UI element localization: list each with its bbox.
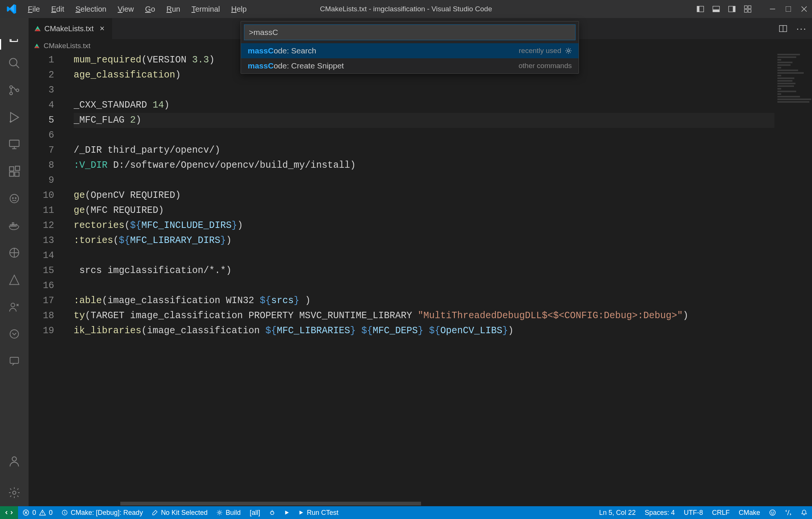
status-feedback-icon[interactable] [765,506,780,519]
menu-view[interactable]: View [112,3,139,16]
status-run-ctest[interactable]: Run CTest [294,506,343,519]
code-content[interactable]: mum_required(VERSION 3.3)age_classificat… [74,53,774,338]
tab-cmakelists[interactable]: CMakeLists.txt × [29,18,112,39]
svg-point-23 [15,198,17,199]
code-editor[interactable]: 12345678910111213141516171819 mum_requir… [29,53,812,506]
minimap[interactable] [774,53,812,128]
status-spaces[interactable]: Spaces: 4 [640,506,679,519]
svg-rect-18 [9,172,14,176]
menu-selection[interactable]: Selection [70,3,112,16]
svg-point-32 [12,457,16,461]
title-bar: FileEditSelectionViewGoRunTerminalHelp C… [0,0,812,18]
breadcrumb-label: CMakeLists.txt [44,42,91,50]
svg-point-29 [11,303,15,307]
svg-point-33 [13,491,16,495]
command-palette-input[interactable] [244,24,576,40]
svg-point-41 [771,512,772,512]
activity-bar [0,18,29,506]
menu-go[interactable]: Go [140,3,161,16]
status-problems[interactable]: 0 0 [18,506,57,519]
docker-icon[interactable] [0,212,29,239]
status-cmake[interactable]: CMake: [Debug]: Ready [57,506,147,519]
layout-sidebar-left-icon[interactable] [692,0,708,18]
comments-icon[interactable] [0,348,29,375]
more-actions-icon[interactable]: ··· [796,23,807,35]
scrollbar-thumb[interactable] [120,502,421,505]
layout-sidebar-right-icon[interactable] [724,0,740,18]
status-launch[interactable] [280,506,294,519]
svg-rect-16 [9,140,19,147]
maximize-button[interactable] [780,0,796,18]
svg-rect-1 [697,6,699,12]
status-lncol[interactable]: Ln 5, Col 22 [595,506,640,519]
gitlens-icon[interactable] [0,320,29,348]
settings-gear-icon[interactable] [0,479,29,506]
svg-rect-31 [10,357,19,363]
status-target[interactable]: [all] [245,506,265,519]
accounts-icon[interactable] [0,448,29,475]
svg-rect-17 [9,167,14,171]
svg-point-42 [773,512,774,512]
extensions-icon[interactable] [0,158,29,185]
line-numbers: 12345678910111213141516171819 [29,53,65,338]
status-encoding[interactable]: UTF-8 [679,506,707,519]
svg-point-35 [567,50,570,52]
svg-rect-27 [12,223,14,224]
minimize-button[interactable] [765,0,780,18]
svg-point-13 [10,92,12,95]
status-bell-icon[interactable] [796,506,812,519]
svg-rect-5 [733,6,735,12]
layout-panel-icon[interactable] [708,0,724,18]
cmake-icon[interactable] [0,266,29,293]
svg-rect-6 [744,6,747,9]
menu-help[interactable]: Help [226,3,252,16]
svg-point-38 [219,512,221,514]
menu-terminal[interactable]: Terminal [186,3,225,16]
layout-customize-icon[interactable] [740,0,756,18]
status-kit[interactable]: No Kit Selected [147,506,212,519]
status-prettier-icon[interactable] [780,506,796,519]
svg-rect-3 [713,9,720,12]
command-palette: massCode: Searchrecently usedmassCode: C… [241,21,579,74]
status-eol[interactable]: CRLF [707,506,734,519]
palette-item[interactable]: massCode: Create Snippetother commands [241,58,579,73]
svg-point-40 [770,510,776,516]
run-debug-icon[interactable] [0,104,29,131]
palette-item[interactable]: massCode: Searchrecently used [241,43,579,58]
svg-rect-10 [786,6,791,12]
svg-rect-7 [748,6,751,9]
copilot-icon[interactable] [0,185,29,212]
split-editor-icon[interactable] [779,24,787,33]
horizontal-scrollbar[interactable] [45,501,774,506]
search-icon[interactable] [0,50,29,77]
svg-point-11 [9,58,17,66]
svg-rect-20 [15,166,20,170]
svg-point-14 [16,89,19,91]
menu-file[interactable]: File [23,3,45,16]
remote-explorer-icon[interactable] [0,131,29,158]
source-control-icon[interactable] [0,77,29,104]
svg-rect-9 [748,9,751,12]
svg-point-22 [12,198,14,199]
tab-close-icon[interactable]: × [100,24,105,33]
svg-point-15 [10,121,11,122]
menu-bar: FileEditSelectionViewGoRunTerminalHelp [23,3,252,16]
svg-point-30 [10,330,19,338]
status-debug-launch[interactable] [265,506,280,519]
cmake-file-icon [34,44,39,48]
svg-point-21 [10,194,19,203]
svg-point-39 [271,511,274,514]
remote-indicator[interactable] [0,506,18,519]
menu-edit[interactable]: Edit [46,3,69,16]
vscode-logo-icon [6,4,17,14]
cmake-file-icon [35,26,41,31]
status-language[interactable]: CMake [734,506,765,519]
status-bar: 0 0 CMake: [Debug]: Ready No Kit Selecte… [0,506,812,519]
tab-label: CMakeLists.txt [44,24,94,33]
live-share-icon[interactable] [0,239,29,266]
svg-point-12 [10,86,12,88]
close-button[interactable] [796,0,812,18]
project-manager-icon[interactable] [0,293,29,320]
status-build[interactable]: Build [212,506,245,519]
menu-run[interactable]: Run [161,3,186,16]
